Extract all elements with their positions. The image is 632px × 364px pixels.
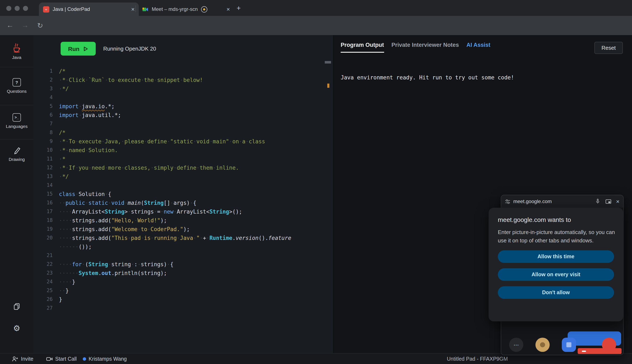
whitespace-dot: · — [174, 208, 177, 215]
code-editor[interactable]: Run Running OpenJDK 20 1/*2·*·Click·`Run… — [34, 35, 334, 354]
whitespace-dot: · — [59, 138, 62, 144]
pip-site-settings-icon[interactable] — [505, 199, 510, 204]
code-token: simply — [154, 165, 174, 171]
code-text: ······System.out.println(string); — [59, 270, 167, 276]
back-icon[interactable]: ← — [4, 16, 16, 35]
settings-button[interactable]: ⚙ — [0, 324, 34, 333]
line-number: 2 — [34, 76, 53, 84]
dont-allow-button[interactable]: Don't allow — [498, 286, 614, 299]
sidebar-item-drawing[interactable]: Drawing — [0, 146, 34, 162]
whitespace-dot: · — [193, 235, 196, 241]
tab-title: Java | CoderPad — [53, 6, 90, 12]
reset-button[interactable]: Reset — [594, 42, 623, 54]
window-close-button[interactable] — [6, 6, 11, 11]
invite-button[interactable]: Invite — [12, 354, 34, 364]
tab-private-interviewer-notes[interactable]: Private Interviewer Notes — [392, 42, 459, 52]
code-token: To — [69, 138, 75, 144]
meet-more-button[interactable]: ⋯ — [509, 338, 523, 352]
allow-every-visit-button[interactable]: Allow on every visit — [498, 268, 614, 281]
pip-close-icon[interactable]: × — [616, 198, 620, 204]
whitespace-dot: · — [147, 226, 151, 232]
whitespace-dot: · — [170, 200, 174, 206]
code-text: ·* — [59, 156, 66, 162]
tab-ai-assist[interactable]: AI Assist — [466, 42, 490, 52]
meet-reaction-button[interactable] — [536, 338, 550, 352]
whitespace-dot: · — [62, 288, 66, 294]
forward-icon[interactable]: → — [19, 16, 31, 35]
whitespace-dot: · — [138, 226, 141, 232]
code-token: `Run` — [88, 77, 105, 83]
start-call-button[interactable]: Start Call — [46, 354, 77, 364]
start-call-label: Start Call — [55, 356, 77, 362]
sidebar-item-label: Drawing — [0, 157, 34, 162]
code-line: 1/* — [34, 67, 333, 76]
whitespace-dot: · — [124, 200, 128, 206]
code-line: 16··public·static·void·main(String[]·arg… — [34, 198, 333, 207]
copy-pad-button[interactable] — [0, 302, 34, 310]
code-token: the — [144, 77, 154, 83]
code-line: 11·* — [34, 155, 333, 164]
reload-icon[interactable]: ↻ — [34, 16, 46, 35]
line-number: 17 — [34, 207, 53, 216]
code-text: ····ArrayList<String>·strings·=·new·Arra… — [59, 208, 242, 215]
whitespace-dot: · — [59, 147, 62, 153]
whitespace-dot: · — [66, 226, 69, 232]
output-tab-bar: Program Output Private Interviewer Notes… — [341, 42, 490, 53]
tab-close-icon[interactable]: × — [226, 6, 230, 12]
microphone-icon[interactable] — [595, 198, 601, 204]
line-number: 4 — [34, 93, 53, 102]
code-token: } — [72, 279, 76, 285]
meet-grid-button[interactable] — [562, 338, 576, 352]
questions-glyph: ? — [16, 80, 18, 85]
code-line: 18····strings.add("Hello,·World!"); — [34, 216, 333, 225]
whitespace-dot: · — [128, 235, 131, 241]
whitespace-dot: · — [141, 235, 144, 241]
whitespace-dot: · — [62, 270, 66, 276]
tab-coderpad[interactable]: ‹› Java | CoderPad × — [39, 2, 139, 16]
code-text: ·*·If·you·need·more·classes,·simply·defi… — [59, 165, 239, 171]
recording-indicator-icon[interactable] — [201, 6, 207, 12]
whitespace-dot: · — [75, 138, 78, 144]
code-line: 20····strings.add("This·pad·is·running·J… — [34, 234, 333, 242]
tab-program-output[interactable]: Program Output — [341, 42, 384, 53]
code-token: */ — [62, 86, 69, 92]
code-token: If — [69, 165, 75, 171]
tab-strip: ‹› Java | CoderPad × Meet – mds-yrgr-scn… — [0, 0, 632, 16]
tab-close-icon[interactable]: × — [131, 6, 134, 12]
code-line: 15class·Solution·{ — [34, 190, 333, 198]
whitespace-dot: · — [180, 77, 183, 83]
languages-glyph: >_ — [15, 115, 19, 120]
code-token: "static — [170, 138, 193, 144]
line-number: 5 — [34, 102, 53, 111]
editor-scrollbar[interactable] — [325, 61, 331, 64]
code-lines[interactable]: 1/*2·*·Click·`Run`·to·execute·the·snippe… — [34, 67, 333, 312]
new-tab-button[interactable]: + — [236, 4, 241, 12]
whitespace-dot: · — [229, 138, 232, 144]
sidebar-item-questions[interactable]: ? Questions — [0, 78, 34, 94]
pad-title[interactable]: Untitled Pad - FFAXP9GM — [447, 354, 508, 364]
code-token: Runtime — [210, 235, 232, 241]
code-token: .println(string); — [112, 270, 167, 276]
code-line: 22····for·(String·string·:·strings)·{ — [34, 260, 333, 269]
code-line: 9·*·To·execute·Java,·please·define·"stat… — [34, 137, 333, 146]
code-token: Solution — [78, 191, 105, 197]
code-token: String — [88, 261, 108, 268]
whitespace-dot: · — [154, 77, 157, 83]
pip-expand-icon[interactable] — [605, 198, 612, 204]
whitespace-dot: · — [69, 261, 72, 268]
sidebar-item-languages[interactable]: >_ Languages — [0, 113, 34, 129]
sidebar-divider — [0, 105, 34, 105]
whitespace-dot: · — [62, 217, 66, 224]
allow-this-time-button[interactable]: Allow this time — [498, 250, 614, 263]
window-minimize-button[interactable] — [15, 6, 20, 11]
sidebar-item-java[interactable]: Java — [0, 43, 34, 60]
code-token: classes, — [124, 165, 150, 171]
tab-meet[interactable]: Meet – mds-yrgr-scn × — [138, 2, 234, 16]
whitespace-dot: · — [59, 86, 62, 92]
code-token: String — [105, 208, 124, 215]
window-zoom-button[interactable] — [23, 6, 28, 11]
code-token: { — [193, 200, 196, 206]
run-button[interactable]: Run — [60, 42, 96, 56]
code-line: 13·*/ — [34, 172, 333, 181]
whitespace-dot: · — [82, 261, 85, 268]
